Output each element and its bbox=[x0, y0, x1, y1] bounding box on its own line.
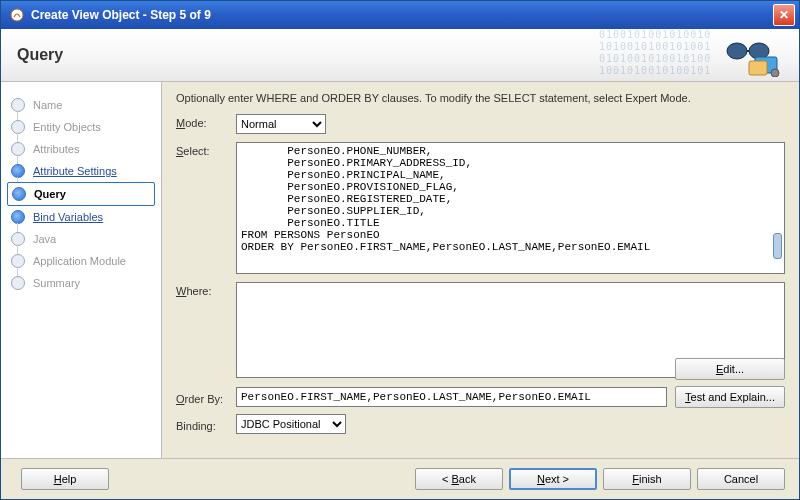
test-explain-button[interactable]: Test and Explain... bbox=[675, 386, 785, 408]
orderby-input[interactable] bbox=[236, 387, 667, 407]
select-label: Select: bbox=[176, 142, 236, 157]
cancel-button[interactable]: Cancel bbox=[697, 468, 785, 490]
step-entity-objects: Entity Objects bbox=[1, 116, 161, 138]
step-java: Java bbox=[1, 228, 161, 250]
select-sql-box[interactable]: PersonEO.PHONE_NUMBER, PersonEO.PRIMARY_… bbox=[236, 142, 785, 274]
binding-select[interactable]: JDBC Positional bbox=[236, 414, 346, 434]
where-label: Where: bbox=[176, 282, 236, 297]
close-icon: ✕ bbox=[779, 8, 789, 22]
titlebar: Create View Object - Step 5 of 9 ✕ bbox=[1, 1, 799, 29]
finish-button[interactable]: Finish bbox=[603, 468, 691, 490]
binding-label: Binding: bbox=[176, 417, 236, 432]
svg-point-1 bbox=[727, 43, 747, 59]
mode-label: Mode: bbox=[176, 114, 236, 129]
step-name: Name bbox=[1, 94, 161, 116]
close-button[interactable]: ✕ bbox=[773, 4, 795, 26]
svg-point-0 bbox=[11, 9, 23, 21]
step-attribute-settings[interactable]: Attribute Settings bbox=[1, 160, 161, 182]
app-icon bbox=[9, 7, 25, 23]
page-title: Query bbox=[17, 46, 63, 64]
svg-rect-4 bbox=[749, 61, 767, 75]
back-button[interactable]: < Back bbox=[415, 468, 503, 490]
mode-select[interactable]: Normal bbox=[236, 114, 326, 134]
wizard-footer: Help < Back Next > Finish Cancel bbox=[1, 458, 799, 499]
wizard-window: Create View Object - Step 5 of 9 ✕ Query… bbox=[0, 0, 800, 500]
step-application-module: Application Module bbox=[1, 250, 161, 272]
svg-point-5 bbox=[771, 69, 779, 77]
wizard-body: Name Entity Objects Attributes Attribute… bbox=[1, 82, 799, 458]
scrollbar-thumb[interactable] bbox=[773, 233, 782, 259]
next-button[interactable]: Next > bbox=[509, 468, 597, 490]
step-query: Query bbox=[7, 182, 155, 206]
orderby-label: Order By: bbox=[176, 390, 236, 405]
step-summary: Summary bbox=[1, 272, 161, 294]
glasses-icon bbox=[725, 37, 781, 77]
edit-button[interactable]: Edit... bbox=[675, 358, 785, 380]
instruction-text: Optionally enter WHERE and ORDER BY clau… bbox=[176, 92, 785, 104]
header-decoration: 0100101001010010 1010010100101001 010100… bbox=[599, 29, 799, 81]
help-button[interactable]: Help bbox=[21, 468, 109, 490]
step-attributes: Attributes bbox=[1, 138, 161, 160]
step-bind-variables[interactable]: Bind Variables bbox=[1, 206, 161, 228]
wizard-steps-sidebar: Name Entity Objects Attributes Attribute… bbox=[1, 82, 162, 458]
wizard-main: Optionally enter WHERE and ORDER BY clau… bbox=[162, 82, 799, 458]
wizard-header: Query 0100101001010010 1010010100101001 … bbox=[1, 29, 799, 82]
window-title: Create View Object - Step 5 of 9 bbox=[31, 8, 773, 22]
